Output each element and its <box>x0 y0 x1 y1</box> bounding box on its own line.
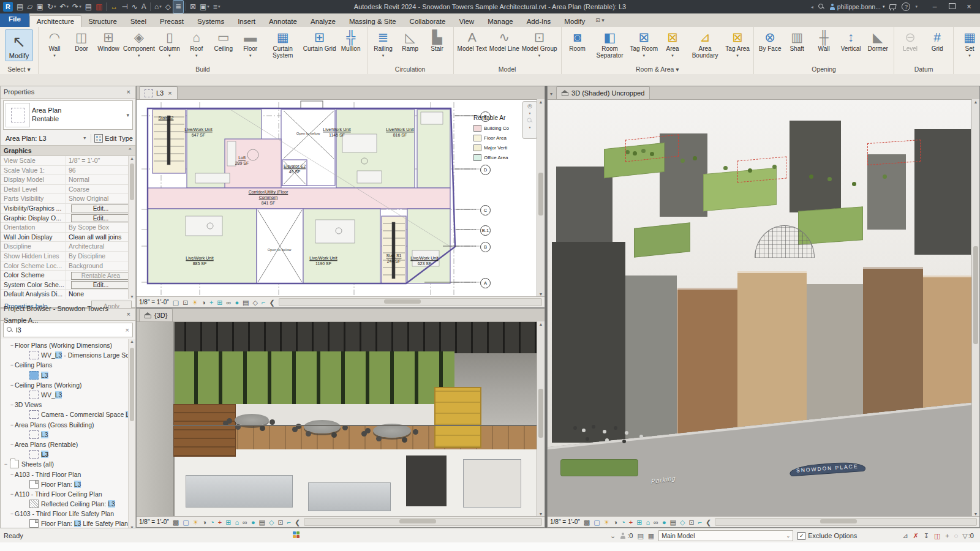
modify-button[interactable]: ↖ Modify <box>5 29 33 61</box>
temporary-view-properties-icon[interactable]: ▤ <box>670 517 676 527</box>
view-scale-button[interactable]: 1/8" = 1'-0" <box>139 299 169 305</box>
plan-tab-close-icon[interactable]: × <box>168 89 172 97</box>
horizontal-scrollbar[interactable] <box>304 518 542 526</box>
select-links-icon[interactable]: ⊿ <box>902 532 908 540</box>
tree-collapse-icon[interactable]: − <box>9 511 15 517</box>
set-button[interactable]: ▦Set▾ <box>956 28 980 58</box>
wall-button[interactable]: ╫Wall <box>810 28 837 53</box>
minimize-button[interactable]: – <box>926 0 943 13</box>
property-value[interactable]: Edit... <box>66 204 135 213</box>
thin-lines-icon[interactable]: ≣ <box>173 0 184 13</box>
tag-room-button[interactable]: ⊠Tag Room▾ <box>629 28 660 58</box>
browser-item-floor-plan-l3[interactable]: Floor Plan: L3 <box>1 479 135 489</box>
browser-item-l3[interactable]: L3 <box>1 370 135 380</box>
room-separator-button[interactable]: ◧Room Separator <box>591 28 629 59</box>
restore-button[interactable] <box>943 0 960 13</box>
stair-button[interactable]: ▙Stair <box>424 28 451 53</box>
roof-button[interactable]: ⌂Roof▾ <box>183 28 210 58</box>
exclude-options-toggle[interactable]: ✓ Exclude Options <box>797 532 857 540</box>
worksharing-display-icon[interactable]: ◇ <box>680 517 685 527</box>
crop-region-visible-icon[interactable]: ⊞ <box>225 517 231 527</box>
window-button[interactable]: ⊞Window <box>95 28 122 53</box>
system-color-sche-edit-button[interactable]: Edit... <box>71 281 130 289</box>
temporary-hide-isolate-icon[interactable]: ∞ <box>227 298 232 307</box>
hscroll-thumb[interactable] <box>820 519 857 523</box>
ribbon-tab-structure[interactable]: Structure <box>81 16 124 27</box>
ribbon-tab-precast[interactable]: Precast <box>153 16 190 27</box>
zoom-tool-icon[interactable] <box>527 118 533 124</box>
section-collapse-icon[interactable]: ⌃ <box>127 146 132 156</box>
sun-path-icon[interactable]: ☀ <box>193 517 199 527</box>
ribbon-tab-collaborate[interactable]: Collaborate <box>403 16 453 27</box>
tree-collapse-icon[interactable]: − <box>9 402 15 408</box>
worksets-dialog-icon[interactable]: ▤ <box>637 532 643 540</box>
view-scale-button[interactable]: 1/8" = 1'-0" <box>550 519 580 525</box>
ribbon-tab-view[interactable]: View <box>452 16 481 27</box>
plan-canvas[interactable]: Stair S2Live/Work Unit647 SFLoft289 SFEl… <box>137 100 545 298</box>
browser-item-l3[interactable]: L3 <box>1 430 135 440</box>
scroll-left-icon[interactable]: ❮ <box>295 517 300 527</box>
collapse-arrow-icon[interactable]: ◂ <box>811 4 813 10</box>
ribbon-tab-modify[interactable]: Modify <box>557 16 592 27</box>
rendering-icon[interactable]: ◔ <box>210 517 214 527</box>
temporary-hide-isolate-icon[interactable]: ∞ <box>654 517 658 527</box>
work-plane-panel-label[interactable]: Work Plane <box>954 65 980 74</box>
browser-scrollbar[interactable]: ▲▼ <box>128 339 135 530</box>
room-area-panel-label[interactable]: Room & Area ▾ <box>562 65 754 74</box>
open-icon[interactable]: ▱ <box>25 1 34 13</box>
datum-panel-label[interactable]: Datum <box>894 65 953 74</box>
dormer-button[interactable]: ◣Dormer <box>864 28 891 53</box>
displacement-icon[interactable]: ⊡ <box>277 517 283 527</box>
tree-collapse-icon[interactable]: − <box>3 461 9 467</box>
file-tabs-icon[interactable]: ▤ <box>15 1 25 13</box>
print-preview-icon[interactable]: ▥ <box>94 1 104 13</box>
model-line-button[interactable]: ∿Model Line <box>488 28 521 53</box>
city-canvas[interactable]: Parking SNOWDON PLACE <box>548 100 979 518</box>
graphics-section-header[interactable]: Graphics ⌃ <box>1 145 135 156</box>
area-button[interactable]: ⊠Area▾ <box>659 28 686 58</box>
text-icon[interactable]: A <box>140 1 148 13</box>
tree-collapse-icon[interactable]: − <box>9 471 15 478</box>
browser-item-sheets-all[interactable]: −Sheets (all) <box>1 459 135 469</box>
tree-collapse-icon[interactable]: − <box>9 342 15 348</box>
plan-vertical-scrollbar[interactable]: ▲▼ <box>537 99 545 298</box>
tag-area-button[interactable]: ⊠Tag Area▾ <box>724 28 751 58</box>
horizontal-scrollbar[interactable] <box>279 298 542 306</box>
shaft-button[interactable]: ▥Shaft <box>783 28 810 53</box>
shadows-icon[interactable]: ◑ <box>613 517 617 527</box>
graphic-display-icon[interactable]: ▢ <box>183 517 189 527</box>
model-text-button[interactable]: AModel Text <box>456 28 488 53</box>
browser-item-3d-views[interactable]: −3D Views <box>1 400 135 410</box>
select-pinned-icon[interactable]: ↧ <box>924 532 929 540</box>
select-by-face-icon[interactable]: ◫ <box>934 532 940 540</box>
vertical-button[interactable]: ↕Vertical <box>837 28 864 53</box>
browser-item-camera-commercial-space-l3[interactable]: Camera - Commercial Space L3 <box>1 410 135 419</box>
browser-item-area-plans-rentable[interactable]: −Area Plans (Rentable) <box>1 440 135 449</box>
detail-line-icon[interactable]: ∿ <box>130 1 140 13</box>
search-icon[interactable] <box>818 4 824 10</box>
undo-icon[interactable]: ↶▾ <box>58 1 71 13</box>
railing-button[interactable]: ≣Railing▾ <box>370 28 397 58</box>
city-view-tab[interactable]: 3D (Shaded) Uncropped <box>556 86 650 99</box>
browser-item-area-plans-gross-building[interactable]: −Area Plans (Gross Building) <box>1 420 135 430</box>
ribbon-tab-insert[interactable]: Insert <box>231 16 262 27</box>
visual-style-icon[interactable]: ▢ <box>173 298 179 307</box>
reveal-hidden-elements-icon[interactable]: ● <box>662 517 666 527</box>
crop-view-icon[interactable]: + <box>209 298 213 307</box>
select-underlay-icon[interactable]: ✗ <box>913 532 919 540</box>
tree-collapse-icon[interactable]: − <box>9 441 15 448</box>
displacement-icon[interactable]: ⊡ <box>688 517 694 527</box>
property-value[interactable]: Edit... <box>66 214 135 223</box>
ribbon-tab-massing-site[interactable]: Massing & Site <box>342 16 403 27</box>
ceiling-button[interactable]: ▭Ceiling <box>210 28 237 53</box>
horizontal-scrollbar[interactable] <box>715 518 977 526</box>
browser-scroll-thumb[interactable] <box>130 348 134 421</box>
section-icon[interactable]: ◇ <box>164 1 173 13</box>
ribbon-tab-architecture[interactable]: Architecture <box>29 15 81 27</box>
reveal-hidden-elements-icon[interactable]: ● <box>251 517 255 527</box>
properties-scroll-thumb[interactable] <box>130 163 134 200</box>
circulation-panel-label[interactable]: Circulation <box>368 65 453 74</box>
properties-scrollbar[interactable]: ▲▼ <box>128 156 135 299</box>
type-selector[interactable]: Area Plan Rentable ▾ <box>3 100 133 130</box>
browser-item-ceiling-plans-working[interactable]: −Ceiling Plans (Working) <box>1 380 135 390</box>
